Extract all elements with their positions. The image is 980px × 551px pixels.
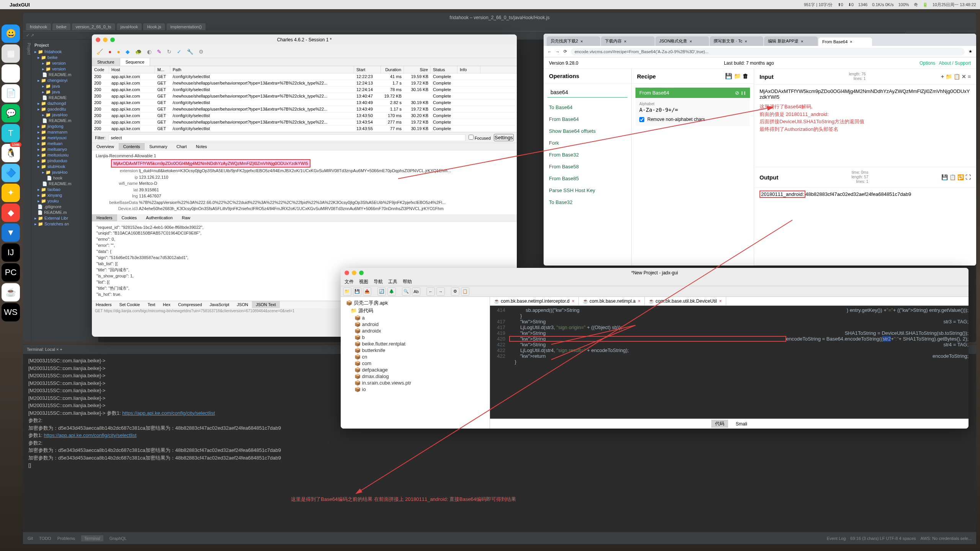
close-tab-icon[interactable]: × <box>638 298 640 304</box>
menu-item[interactable]: 文件 <box>345 279 354 285</box>
output-content[interactable]: 20180111_android:48b82883cf47ac02ed32aef… <box>754 187 976 265</box>
sb-problems[interactable]: Problems <box>57 536 75 541</box>
tree-item[interactable]: ▸ 📁 taobao <box>33 187 96 192</box>
close-tab-icon[interactable]: × <box>624 39 626 44</box>
recipe-icons[interactable]: 💾 📁 🗑 <box>725 73 748 80</box>
menu-item[interactable]: 工具 <box>388 279 397 285</box>
tree-item[interactable]: 📄 hook <box>33 175 96 181</box>
package-node[interactable]: 📦 beike.flutter.rentplat <box>343 341 487 347</box>
tree-item[interactable]: ▸ 📁 youku <box>33 198 96 204</box>
tb-save-icon[interactable]: 💾 <box>353 287 361 296</box>
package-node[interactable]: 📦 cn <box>343 354 487 360</box>
dock-java[interactable]: ☕ <box>2 283 20 302</box>
menubar-app-name[interactable]: JadxGUI <box>10 2 30 8</box>
tree-item[interactable]: ▸ 📁 manmanm <box>33 129 96 135</box>
tb-search-icon[interactable]: 🔍 <box>402 287 410 296</box>
dock-app2[interactable]: T <box>2 124 20 142</box>
settings-button[interactable]: Settings <box>494 134 514 141</box>
request-row[interactable]: 200app.api.ke.comGET/newhouse/shellapp/u… <box>92 119 517 126</box>
tree-item[interactable]: ▸ 📁 meiriyouxi <box>33 135 96 141</box>
bottomtab[interactable]: Set Cookie <box>116 301 144 308</box>
col-host[interactable]: Host <box>109 66 155 73</box>
close-tab-icon[interactable]: × <box>719 298 722 304</box>
ide-sidebar-strip[interactable]: Project <box>23 40 31 342</box>
file-tab[interactable]: ☕ com.bk.base.netimpl.interceptor.d× <box>490 297 579 305</box>
col-status[interactable]: Status <box>431 66 457 73</box>
jadx-toolbar[interactable]: 📁 💾 📤 🔄 🌲 🔍 Ab ← → ⚙ 📋 <box>341 286 969 297</box>
source-node[interactable]: 📁 源代码 <box>343 307 487 315</box>
file-tab[interactable]: ☕ com.bk.base.netimpl.a× <box>579 297 645 305</box>
sb-todo[interactable]: TODO <box>39 536 51 541</box>
code-line[interactable]: 422 LjLogUtil.d(str4, "sign result=" + e… <box>490 347 969 353</box>
tb-icon[interactable]: ✎ <box>157 49 162 55</box>
package-node[interactable]: 📦 dmax.dialog <box>343 373 487 380</box>
operations-search-input[interactable] <box>547 87 627 98</box>
dock-app1[interactable]: 📄 <box>2 84 20 103</box>
tree-item[interactable]: ▸ 📁 meituanyo <box>33 147 96 152</box>
tree-item[interactable]: ▸ 📁 chengxinyi <box>33 78 96 83</box>
bottomtab[interactable]: JSON <box>233 301 252 308</box>
sb-graphql[interactable]: GraphQL <box>109 536 127 541</box>
dock-finder[interactable]: 😀 <box>2 24 20 43</box>
tree-item[interactable]: ▸ 📁 gaodeditu <box>33 106 96 112</box>
dock-pycharm[interactable]: PC <box>2 263 20 282</box>
tb-icon[interactable]: 🔧 <box>187 49 193 55</box>
project-tree[interactable]: Project ▸ 📁 fridahook▸ 📁 beike▸ 📁 versio… <box>31 40 98 342</box>
package-node[interactable]: 📦 a <box>343 315 487 321</box>
forward-icon[interactable]: → <box>555 49 560 54</box>
tb-export-icon[interactable]: 📤 <box>363 287 371 296</box>
breadcrumb-item[interactable]: javaHook <box>117 23 142 30</box>
subtab-contents[interactable]: Contents <box>119 143 145 150</box>
tree-item[interactable]: ▸ 📁 java <box>33 83 96 89</box>
tree-item[interactable]: 📄 README <box>33 95 96 101</box>
minimize-icon[interactable] <box>103 37 108 42</box>
bottomtab[interactable]: JSON Text <box>252 301 279 308</box>
breadcrumb-item[interactable]: implementation() <box>167 23 206 30</box>
tree-item[interactable]: ▸ 📁 External Libr <box>33 215 96 221</box>
traffic-lights[interactable] <box>345 271 364 275</box>
breadcrumb-item[interactable]: Hook.js <box>143 23 165 30</box>
dock-chrome[interactable]: ◉ <box>2 64 20 83</box>
request-row[interactable]: 200app.api.ke.comGET/config/city/selectl… <box>92 86 517 93</box>
subtab-chart[interactable]: Chart <box>172 143 191 150</box>
reload-icon[interactable]: ⟳ <box>564 49 567 54</box>
col-path[interactable]: Path <box>170 66 354 73</box>
sb-eventlog[interactable]: Event Log <box>827 536 846 541</box>
charles-table-body[interactable]: 200app.api.ke.comGET/config/city/selectl… <box>92 73 517 132</box>
jadx-code-view[interactable]: 414 sb.append((("kw">String) entry.getKe… <box>490 306 969 419</box>
tb-log-icon[interactable]: 📋 <box>461 287 469 296</box>
input-content[interactable]: MjAxODAxMTFfYW5kcm9pZDo0OGI4Mjg4M2NmNDdh… <box>754 85 976 167</box>
tb-icon[interactable]: 🧹 <box>96 49 103 55</box>
code-line[interactable]: 417 LjLogUtil.d(str3, "sign origin=" + (… <box>490 324 969 330</box>
maximize-icon[interactable] <box>359 271 364 275</box>
midtab-headers[interactable]: Headers <box>92 214 117 221</box>
code-line[interactable]: 417 "kw">String str3 = TAG; <box>490 319 969 324</box>
traffic-lights[interactable] <box>96 37 115 42</box>
focused-checkbox[interactable]: Focused <box>469 135 491 140</box>
tb-text-search-icon[interactable]: Ab <box>412 287 420 296</box>
sb-git[interactable]: Git <box>28 536 33 541</box>
operation-item[interactable]: Fork <box>544 137 631 149</box>
midtab-cookies[interactable]: Cookies <box>117 214 142 221</box>
close-tab-icon[interactable]: × <box>801 39 803 44</box>
recipe-operation[interactable]: From Base64 ⊘ ⫿⫿ Alphabet A-Za-z0-9+/= R… <box>635 88 750 126</box>
browser-tab[interactable]: 编辑 新款APP逆 × <box>764 36 818 46</box>
tb-icon[interactable]: ● <box>108 49 111 55</box>
tree-item[interactable]: ▸ 📁 meituan <box>33 141 96 147</box>
midtab-authentication[interactable]: Authentication <box>141 214 177 221</box>
request-row[interactable]: 200app.api.ke.comGET/config/city/selectl… <box>92 99 517 106</box>
tree-item[interactable]: ▸ 📁 javaHoo <box>33 170 96 175</box>
request-row[interactable]: 200app.api.ke.comGET/config/city/selectl… <box>92 73 517 80</box>
subtab-notes[interactable]: Notes <box>191 143 212 150</box>
url-field[interactable]: encode.vivcms.com/#recipe=From_Base64('A… <box>571 48 965 55</box>
col-code[interactable]: Code <box>92 66 109 73</box>
col-method[interactable]: M... <box>155 66 170 73</box>
tb-icon[interactable]: ↻ <box>167 49 172 55</box>
package-node[interactable]: 📦 b <box>343 334 487 341</box>
col-size[interactable]: Size <box>404 66 431 73</box>
breadcrumb-item[interactable]: version_2_66_0_ts <box>72 23 115 30</box>
dock-qq[interactable]: 🐧1346 <box>2 144 20 162</box>
subtab-summary[interactable]: Summary <box>145 143 172 150</box>
close-tab-icon[interactable]: × <box>572 298 575 304</box>
breadcrumb-item[interactable]: fridahook <box>26 23 51 30</box>
